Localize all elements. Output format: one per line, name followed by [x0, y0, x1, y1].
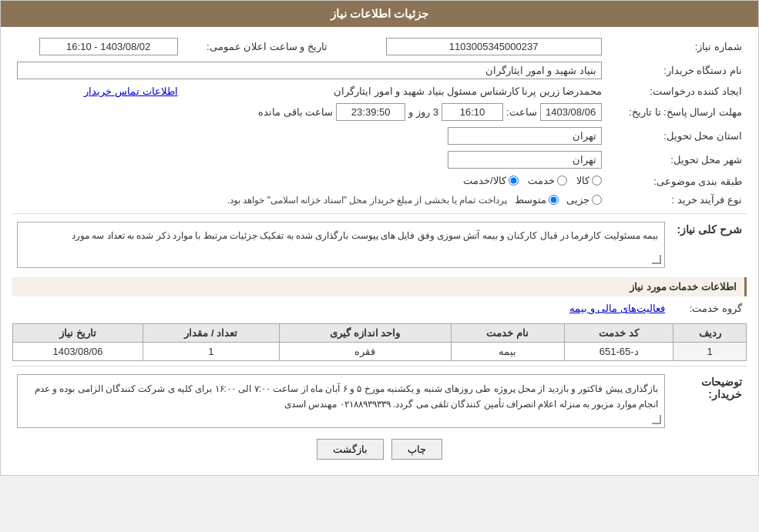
- row-city: شهر محل تحویل: تهران: [12, 148, 747, 172]
- row-province: استان محل تحویل: تهران: [12, 124, 747, 148]
- row-category: طبقه بندی موضوعی: کالا خدمت: [12, 172, 747, 191]
- city-cell: تهران: [12, 148, 606, 172]
- contact-link[interactable]: اطلاعات تماس خریدار: [84, 85, 177, 97]
- col-quantity: تعداد / مقدار: [143, 324, 280, 343]
- announce-date-cell: 1403/08/02 - 16:10: [12, 35, 183, 59]
- radio-kala-khedmat: کالا/خدمت: [463, 175, 519, 186]
- deadline-cell: 1403/08/06 ساعت: 16:10 3 روز و 23:39:50 …: [12, 100, 606, 124]
- category-label: طبقه بندی موضوعی:: [606, 172, 747, 191]
- deadline-date: 1403/08/06: [540, 103, 602, 121]
- buyer-org-cell: بنیاد شهید و امور ایثارگران: [12, 59, 606, 82]
- process-label: نوع فرآیند خرید :: [606, 191, 747, 209]
- radio-motavasset-input[interactable]: [549, 195, 559, 205]
- deadline-time: 16:10: [442, 103, 503, 121]
- service-group-row: گروه خدمت: فعالیت‌های مالی و بیمه: [12, 299, 747, 317]
- radio-motavasset-label: متوسط: [515, 194, 546, 206]
- description-label-cell: شرح کلی نیاز:: [670, 219, 747, 271]
- separator-2: [12, 366, 747, 366]
- service-group-value[interactable]: فعالیت‌های مالی و بیمه: [569, 303, 665, 314]
- services-section-title: اطلاعات خدمات مورد نیاز: [12, 277, 747, 296]
- created-by-value: محمدرضا زرین پرنا کارشناس مسئول بنیاد شه…: [334, 85, 602, 97]
- radio-kala-khedmat-label: کالا/خدمت: [463, 175, 506, 186]
- buyer-notes-label: توضیحات خریدار:: [701, 371, 742, 403]
- province-cell: تهران: [12, 124, 606, 148]
- time-label: ساعت:: [506, 106, 537, 118]
- radio-khedmat-input[interactable]: [557, 176, 567, 186]
- content-area: شماره نیاز: 1103005345000237 تاریخ و ساع…: [1, 27, 758, 475]
- services-table-wrapper: ردیف کد خدمت نام خدمت واحد اندازه گیری ت…: [12, 323, 747, 361]
- row-deadline: مهلت ارسال پاسخ: تا تاریخ: 1403/08/06 سا…: [12, 100, 747, 124]
- days-value: 3: [433, 106, 438, 118]
- radio-kala: کالا: [576, 175, 602, 186]
- col-name: نام خدمت: [451, 324, 564, 343]
- description-text: بیمه مسئولیت کارفرما در قبال کارکنان و ب…: [17, 222, 665, 268]
- city-label: شهر محل تحویل:: [606, 148, 747, 172]
- description-row: شرح کلی نیاز: بیمه مسئولیت کارفرما در قب…: [12, 219, 747, 271]
- buyer-notes-content-cell: بازگذاری پیش فاکتور و بازدید از محل پروژ…: [12, 371, 670, 431]
- radio-motavasset: متوسط: [515, 194, 559, 206]
- province-label: استان محل تحویل:: [606, 124, 747, 148]
- service-group-cell: فعالیت‌های مالی و بیمه: [12, 299, 670, 317]
- radio-kala-khedmat-input[interactable]: [509, 176, 519, 186]
- radio-kala-label: کالا: [576, 175, 589, 186]
- radio-khedmat-label: خدمت: [528, 175, 555, 186]
- col-date: تاریخ نیاز: [13, 324, 143, 343]
- service-group: گروه خدمت: فعالیت‌های مالی و بیمه: [12, 299, 747, 317]
- services-table-body: 1د-65-651بیمهفقره11403/08/06: [13, 343, 747, 361]
- page-header: جزئیات اطلاعات نیاز: [1, 1, 758, 27]
- col-row-num: ردیف: [673, 324, 747, 343]
- buyer-org-value: بنیاد شهید و امور ایثارگران: [17, 62, 602, 79]
- process-row: جزیی متوسط پرداخت تمام یا بخشی از مبلغ خ…: [17, 194, 602, 206]
- radio-kala-input[interactable]: [592, 176, 602, 186]
- buyer-notes-section: توضیحات خریدار: بازگذاری پیش فاکتور و با…: [12, 371, 747, 431]
- contact-link-cell: اطلاعات تماس خریدار: [12, 82, 183, 100]
- province-value: تهران: [448, 127, 602, 145]
- row-process: نوع فرآیند خرید : جزیی متوسط پرداخت: [12, 191, 747, 209]
- created-by-cell: محمدرضا زرین پرنا کارشناس مسئول بنیاد شه…: [183, 82, 606, 100]
- separator-1: [12, 213, 747, 214]
- service-group-label: گروه خدمت:: [670, 299, 747, 317]
- category-radio-group: کالا خدمت کالا/خدمت: [463, 175, 602, 186]
- services-table-header: ردیف کد خدمت نام خدمت واحد اندازه گیری ت…: [13, 324, 747, 343]
- print-button[interactable]: چاپ: [391, 439, 442, 460]
- radio-khedmat: خدمت: [528, 175, 567, 186]
- process-cell: جزیی متوسط پرداخت تمام یا بخشی از مبلغ خ…: [12, 191, 606, 209]
- description-section: شرح کلی نیاز: بیمه مسئولیت کارفرما در قب…: [12, 219, 747, 271]
- page-title: جزئیات اطلاعات نیاز: [331, 7, 428, 20]
- deadline-label: مهلت ارسال پاسخ: تا تاریخ:: [606, 100, 747, 124]
- row-need-number: شماره نیاز: 1103005345000237 تاریخ و ساع…: [12, 35, 747, 59]
- buyer-org-label: نام دستگاه خریدار:: [606, 59, 747, 82]
- announce-date-label: تاریخ و ساعت اعلان عمومی:: [183, 35, 332, 59]
- buyer-notes-label-cell: توضیحات خریدار:: [670, 371, 747, 431]
- remaining-label: ساعت باقی مانده: [258, 106, 333, 118]
- page-wrapper: جزئیات اطلاعات نیاز شماره نیاز: 11030053…: [0, 0, 759, 476]
- category-cell: کالا خدمت کالا/خدمت: [12, 172, 606, 191]
- need-number-value: 1103005345000237: [386, 38, 602, 55]
- buyer-notes-row: توضیحات خریدار: بازگذاری پیش فاکتور و با…: [12, 371, 747, 431]
- need-number-label: شماره نیاز:: [606, 35, 747, 59]
- header-row: ردیف کد خدمت نام خدمت واحد اندازه گیری ت…: [13, 324, 747, 343]
- back-button[interactable]: بازگشت: [317, 439, 384, 460]
- days-label: روز و: [408, 106, 430, 118]
- main-form: شماره نیاز: 1103005345000237 تاریخ و ساع…: [12, 35, 747, 209]
- radio-jozyi-input[interactable]: [592, 195, 602, 205]
- col-code: کد خدمت: [565, 324, 673, 343]
- radio-jozyi: جزیی: [566, 194, 602, 206]
- need-number-cell: 1103005345000237: [348, 35, 606, 59]
- description-label: شرح کلی نیاز:: [677, 219, 742, 239]
- table-row: 1د-65-651بیمهفقره11403/08/06: [13, 343, 747, 361]
- description-content-cell: بیمه مسئولیت کارفرما در قبال کارکنان و ب…: [12, 219, 670, 271]
- row-buyer-org: نام دستگاه خریدار: بنیاد شهید و امور ایث…: [12, 59, 747, 82]
- city-value: تهران: [448, 151, 602, 169]
- remaining-time: 23:39:50: [336, 103, 405, 121]
- col-unit: واحد اندازه گیری: [279, 324, 451, 343]
- button-row: چاپ بازگشت: [12, 431, 747, 467]
- radio-jozyi-label: جزیی: [566, 194, 589, 206]
- deadline-row: 1403/08/06 ساعت: 16:10 3 روز و 23:39:50 …: [17, 103, 602, 121]
- process-note: پرداخت تمام یا بخشی از مبلغ خریداز محل "…: [227, 195, 507, 206]
- row-created-by: ایجاد کننده درخواست: محمدرضا زرین پرنا ک…: [12, 82, 747, 100]
- services-table: ردیف کد خدمت نام خدمت واحد اندازه گیری ت…: [12, 323, 747, 361]
- announce-date-value: 1403/08/02 - 16:10: [39, 38, 178, 55]
- created-by-label: ایجاد کننده درخواست:: [606, 82, 747, 100]
- buyer-notes-text: بازگذاری پیش فاکتور و بازدید از محل پروژ…: [17, 374, 665, 428]
